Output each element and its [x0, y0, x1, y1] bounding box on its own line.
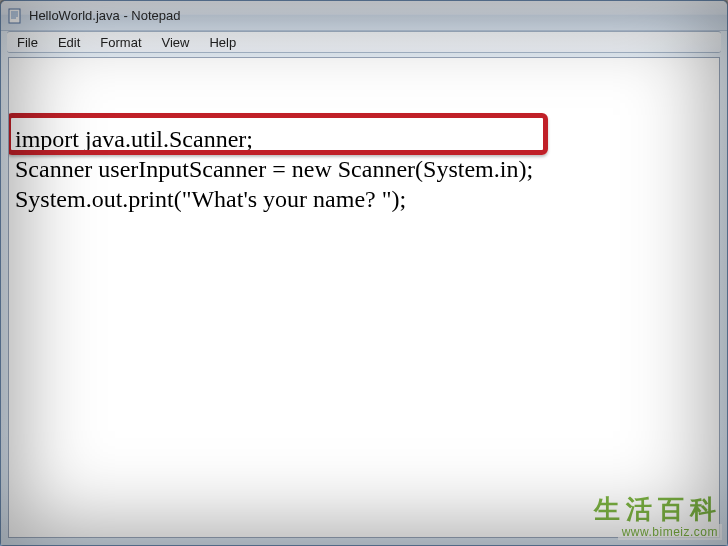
menu-help[interactable]: Help [199, 33, 246, 52]
code-content: import java.util.Scanner;Scanner userInp… [9, 58, 719, 310]
menu-edit[interactable]: Edit [48, 33, 90, 52]
menu-file[interactable]: File [11, 33, 48, 52]
menu-view[interactable]: View [152, 33, 200, 52]
menu-format[interactable]: Format [90, 33, 151, 52]
code-line-2: Scanner userInputScanner = new Scanner(S… [15, 154, 713, 184]
notepad-icon [7, 8, 23, 24]
window-title: HelloWorld.java - Notepad [29, 8, 181, 23]
code-line-1: import java.util.Scanner; [15, 124, 713, 154]
notepad-window: HelloWorld.java - Notepad File Edit Form… [0, 0, 728, 546]
code-line-3: System.out.print("What's your name? "); [15, 184, 713, 214]
titlebar[interactable]: HelloWorld.java - Notepad [1, 1, 727, 31]
menubar: File Edit Format View Help [7, 31, 721, 53]
text-area[interactable]: import java.util.Scanner;Scanner userInp… [8, 57, 720, 538]
